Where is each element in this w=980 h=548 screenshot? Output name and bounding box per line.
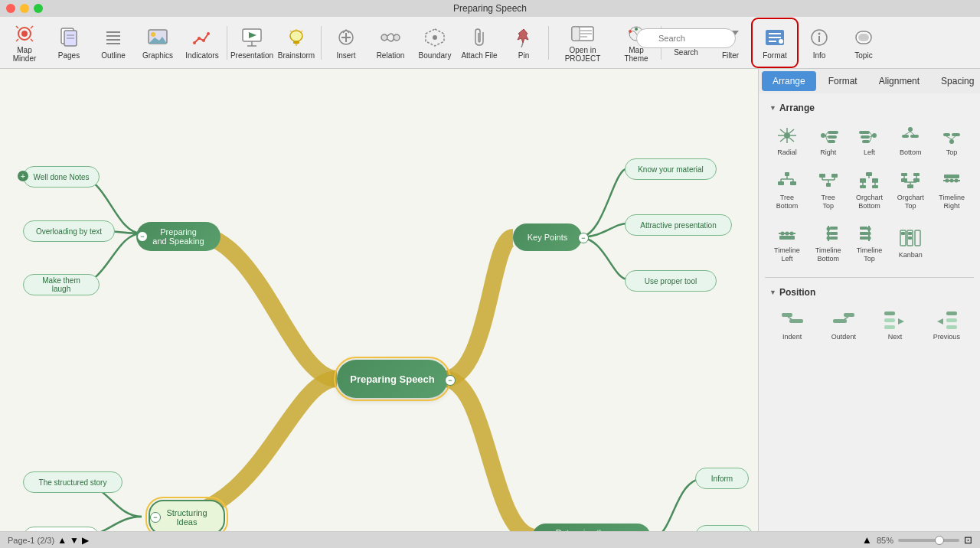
svg-point-127 <box>946 178 949 182</box>
toolbar-search-btn[interactable]: 🔍 Search <box>665 20 707 66</box>
toolbar-topic[interactable]: Topic <box>842 20 885 66</box>
arrange-tree-bottom[interactable]: TreeBottom <box>768 165 806 215</box>
leaf-proper-tool[interactable]: Use proper tool <box>625 270 717 292</box>
leaf-attractive[interactable]: Attractive presentation <box>625 214 732 236</box>
position-previous[interactable]: Previous <box>923 304 971 345</box>
leaf-inform[interactable]: Inform <box>695 468 749 489</box>
svg-rect-159 <box>908 236 912 240</box>
central-node[interactable]: Preparing Speech <box>337 360 448 398</box>
search-input[interactable] <box>636 28 736 48</box>
indicators-label: Indicators <box>185 51 218 60</box>
toolbar-attach-file[interactable]: Attach File <box>458 20 501 66</box>
position-indent[interactable]: Indent <box>768 304 816 345</box>
tab-alignment[interactable]: Alignment <box>868 71 930 91</box>
page-prev-btn[interactable]: ▲ <box>57 535 67 546</box>
leaf-make-laugh[interactable]: Make them laugh <box>23 274 100 295</box>
leaf-energize[interactable]: Energize <box>695 525 753 531</box>
central-collapse-btn[interactable]: − <box>445 375 456 386</box>
leaf-structured-story[interactable]: The structured story <box>23 471 122 493</box>
toolbar-pin[interactable]: Pin <box>502 20 545 66</box>
svg-point-143 <box>826 236 830 240</box>
leaf-know-material[interactable]: Know your material <box>625 158 717 180</box>
arrange-left[interactable]: Left <box>851 119 889 161</box>
maximize-button[interactable] <box>34 4 43 13</box>
position-outdent[interactable]: Outdent <box>819 304 867 345</box>
arrange-top-icon <box>938 124 965 147</box>
toolbar-graphics[interactable]: Graphics <box>136 20 179 66</box>
zoom-fit-btn[interactable]: ⊡ <box>964 534 972 546</box>
arrange-tree-top[interactable]: TreeTop <box>809 165 848 215</box>
svg-point-15 <box>151 32 155 37</box>
toolbar-brainstorm[interactable]: Brainstorm <box>275 20 318 66</box>
orgchart-bottom-icon <box>855 169 883 192</box>
pages-icon <box>57 25 81 50</box>
tree-top-label: TreeTop <box>822 194 835 210</box>
leaf-good-structure[interactable]: Good structure <box>23 527 100 531</box>
close-button[interactable] <box>6 4 15 13</box>
toolbar-open-project[interactable]: Open in PROJECT <box>552 20 613 66</box>
arrange-top[interactable]: Top <box>933 119 971 161</box>
arrange-radial[interactable]: Radial <box>768 119 806 161</box>
arrange-bottom[interactable]: Bottom <box>891 119 929 161</box>
toolbar-relation[interactable]: Relation <box>369 20 412 66</box>
svg-line-80 <box>870 132 872 135</box>
svg-point-60 <box>784 132 790 139</box>
branch-key-points[interactable]: Key Points <box>513 223 582 251</box>
branch-preparing-speaking[interactable]: Preparingand Speaking <box>136 222 220 251</box>
branch-2-collapse-btn[interactable]: − <box>578 233 589 243</box>
toolbar-presentation[interactable]: Presentation <box>230 20 273 66</box>
svg-rect-132 <box>953 175 959 178</box>
arrange-timeline-bottom[interactable]: TimelineBottom <box>809 217 848 268</box>
svg-rect-157 <box>901 232 905 235</box>
arrange-right[interactable]: Right <box>809 119 848 161</box>
leaf-overloading[interactable]: Overloading by text <box>23 220 115 242</box>
arrange-timeline-right[interactable]: TimelineRight <box>933 165 971 215</box>
arrange-triangle: ▼ <box>769 104 776 112</box>
arrange-timeline-top[interactable]: TimelineTop <box>851 217 889 268</box>
svg-point-141 <box>826 227 830 231</box>
toolbar-format[interactable]: Format <box>753 20 796 66</box>
svg-rect-101 <box>831 174 838 178</box>
svg-point-135 <box>785 232 789 236</box>
branch-determine-core[interactable]: Determine the core purpose <box>532 524 651 531</box>
svg-rect-71 <box>828 135 837 139</box>
toolbar-indicators[interactable]: Indicators <box>181 20 224 66</box>
svg-point-25 <box>290 31 302 41</box>
leaf-add-1[interactable]: + <box>18 171 28 181</box>
tab-arrange[interactable]: Arrange <box>762 71 816 91</box>
svg-rect-167 <box>884 318 895 322</box>
presentation-label: Presentation <box>230 51 273 60</box>
svg-rect-139 <box>789 236 795 240</box>
toolbar-insert[interactable]: Insert <box>325 20 368 66</box>
next-icon <box>881 308 909 331</box>
position-next[interactable]: Next <box>871 304 920 345</box>
toolbar-map-minder[interactable]: Map Minder <box>3 20 46 66</box>
toolbar-boundary[interactable]: Boundary <box>413 20 456 66</box>
zoom-slider[interactable] <box>898 539 959 542</box>
zoom-out-btn[interactable]: ▲ <box>862 534 872 546</box>
relation-label: Relation <box>377 51 405 60</box>
tab-spacing[interactable]: Spacing <box>930 71 980 91</box>
pages-label: Pages <box>58 51 80 60</box>
branch-1-collapse-btn[interactable]: − <box>137 231 148 242</box>
pin-icon <box>511 25 536 50</box>
arrange-timeline-left[interactable]: TimelineLeft <box>768 217 806 268</box>
svg-point-128 <box>950 178 954 182</box>
svg-point-136 <box>789 232 793 236</box>
leaf-label: Well done Notes <box>33 173 89 181</box>
page-next-btn[interactable]: ▼ <box>70 535 79 546</box>
toolbar-info[interactable]: Info <box>798 20 841 66</box>
position-section: ▼ Position Indent <box>759 278 980 354</box>
arrange-kanban[interactable]: Kanban <box>891 217 929 268</box>
timeline-right-icon <box>938 169 965 192</box>
arrange-orgchart-top[interactable]: OrgchartTop <box>891 165 929 215</box>
toolbar-pages[interactable]: Pages <box>47 20 90 66</box>
tab-format[interactable]: Format <box>818 71 868 91</box>
arrange-orgchart-bottom[interactable]: OrgchartBottom <box>851 165 889 215</box>
branch-3-collapse-btn[interactable]: − <box>150 512 161 523</box>
minimize-button[interactable] <box>20 4 29 13</box>
toolbar-outline[interactable]: Outline <box>92 20 135 66</box>
page-add-btn[interactable]: ▶ <box>82 535 89 546</box>
canvas[interactable]: Preparing Speech − Preparingand Speaking… <box>0 69 758 531</box>
leaf-well-done-notes[interactable]: Well done Notes <box>23 166 100 188</box>
